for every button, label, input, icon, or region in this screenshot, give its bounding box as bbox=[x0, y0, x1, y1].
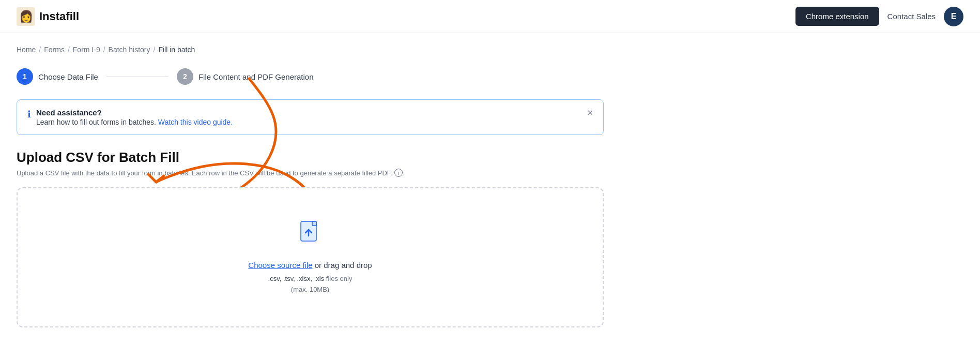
section-title: Upload CSV for Batch Fill bbox=[17, 149, 604, 166]
description-info-icon[interactable]: i bbox=[394, 169, 403, 177]
section-desc-text: Upload a CSV file with the data to fill … bbox=[17, 169, 392, 177]
step-connector bbox=[106, 77, 169, 77]
file-types: .csv, .tsv, .xlsx, .xls bbox=[268, 275, 325, 282]
avatar[interactable]: E bbox=[944, 7, 963, 26]
info-body-text: Learn how to fill out forms in batches. bbox=[36, 118, 156, 126]
info-title: Need assistance? bbox=[36, 108, 233, 117]
choose-source-file-link[interactable]: Choose source file bbox=[248, 261, 312, 270]
drop-zone-wrapper: Choose source file or drag and drop .csv… bbox=[17, 187, 604, 327]
steps-container: 1 Choose Data File 2 File Content and PD… bbox=[17, 68, 604, 85]
breadcrumb: Home / Forms / Form I-9 / Batch history … bbox=[17, 46, 604, 54]
contact-sales-link[interactable]: Contact Sales bbox=[887, 12, 936, 21]
breadcrumb-sep-3: / bbox=[103, 46, 105, 54]
main-content: Home / Forms / Form I-9 / Batch history … bbox=[0, 33, 620, 340]
info-banner-close[interactable]: × bbox=[587, 108, 593, 117]
step-2: 2 File Content and PDF Generation bbox=[177, 68, 314, 85]
drop-zone[interactable]: Choose source file or drag and drop .csv… bbox=[17, 187, 604, 327]
section-desc: Upload a CSV file with the data to fill … bbox=[17, 169, 604, 177]
step-1: 1 Choose Data File bbox=[17, 68, 98, 85]
breadcrumb-home[interactable]: Home bbox=[17, 46, 36, 54]
info-video-link[interactable]: Watch this video guide. bbox=[158, 118, 233, 126]
logo-text: Instafill bbox=[39, 10, 79, 23]
svg-rect-1 bbox=[312, 221, 316, 226]
info-content: Need assistance? Learn how to fill out f… bbox=[36, 108, 233, 126]
breadcrumb-current: Fill in batch bbox=[158, 46, 195, 54]
chrome-extension-button[interactable]: Chrome extension bbox=[795, 7, 879, 26]
step-1-circle: 1 bbox=[17, 68, 33, 85]
step-1-label: Choose Data File bbox=[38, 72, 98, 81]
drop-zone-text: Choose source file or drag and drop bbox=[248, 261, 372, 270]
drop-zone-hint: .csv, .tsv, .xlsx, .xls files only (max.… bbox=[268, 274, 353, 295]
step-2-circle: 2 bbox=[177, 68, 193, 85]
upload-icon bbox=[296, 219, 325, 250]
drag-drop-label: or drag and drop bbox=[313, 261, 372, 270]
breadcrumb-sep-1: / bbox=[39, 46, 41, 54]
logo-icon: 👩 bbox=[17, 7, 35, 26]
header-right: Chrome extension Contact Sales E bbox=[795, 7, 963, 26]
info-banner: ℹ Need assistance? Learn how to fill out… bbox=[17, 99, 604, 135]
info-icon: ℹ bbox=[27, 109, 31, 120]
breadcrumb-sep-4: / bbox=[154, 46, 156, 54]
breadcrumb-batch-history[interactable]: Batch history bbox=[109, 46, 150, 54]
breadcrumb-sep-2: / bbox=[68, 46, 70, 54]
breadcrumb-forms[interactable]: Forms bbox=[44, 46, 65, 54]
max-size-label: (max. 10MB) bbox=[291, 286, 329, 293]
info-body: Learn how to fill out forms in batches. … bbox=[36, 118, 233, 126]
info-banner-left: ℹ Need assistance? Learn how to fill out… bbox=[27, 108, 233, 126]
header: 👩 Instafill Chrome extension Contact Sal… bbox=[0, 0, 980, 33]
files-only-label: files only bbox=[326, 275, 353, 282]
breadcrumb-form-i9[interactable]: Form I-9 bbox=[73, 46, 100, 54]
logo-area: 👩 Instafill bbox=[17, 7, 79, 26]
step-2-label: File Content and PDF Generation bbox=[198, 72, 314, 81]
